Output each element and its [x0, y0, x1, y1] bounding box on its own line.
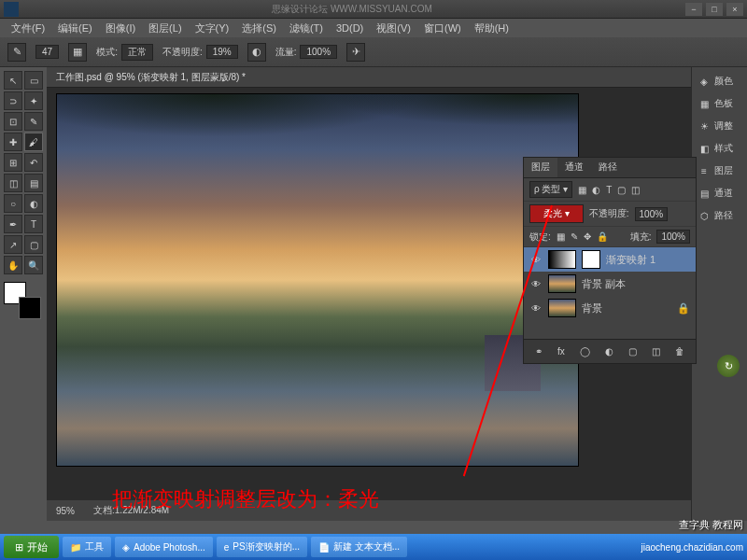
layer-thumb[interactable]: [548, 299, 576, 317]
filter-smart-icon[interactable]: ◫: [631, 185, 640, 195]
dock-channels[interactable]: ▤通道: [694, 183, 745, 203]
dock-adjustments[interactable]: ☀调整: [694, 116, 745, 136]
filter-type-icon[interactable]: T: [606, 185, 612, 195]
eraser-tool[interactable]: ◫: [4, 174, 22, 192]
gradient-tool[interactable]: ▤: [24, 174, 43, 192]
task-notepad[interactable]: 📄新建 文本文档...: [311, 537, 407, 557]
document-image[interactable]: [56, 93, 579, 467]
background-color[interactable]: [19, 297, 41, 319]
task-ie[interactable]: ePS渐变映射的...: [217, 537, 307, 557]
menu-view[interactable]: 视图(V): [371, 20, 416, 37]
tab-paths[interactable]: 路径: [591, 158, 625, 177]
menubar: 文件(F) 编辑(E) 图像(I) 图层(L) 文字(Y) 选择(S) 滤镜(T…: [0, 19, 747, 37]
brush-tool[interactable]: 🖌: [24, 133, 43, 151]
lock-all-icon[interactable]: 🔒: [597, 231, 608, 242]
filter-kind-select[interactable]: ρ 类型 ▾: [529, 181, 572, 198]
dodge-tool[interactable]: ◐: [24, 194, 43, 213]
move-tool[interactable]: ↖: [4, 71, 22, 90]
flow-select[interactable]: 100%: [300, 45, 337, 59]
layer-bg[interactable]: 👁 背景 🔒: [524, 296, 696, 320]
dock-paths[interactable]: ⬡路径: [694, 205, 745, 226]
layer-name[interactable]: 渐变映射 1: [606, 253, 655, 267]
layer-name[interactable]: 背景: [582, 301, 602, 315]
fx-icon[interactable]: fx: [557, 346, 565, 357]
menu-3d[interactable]: 3D(D): [331, 21, 369, 35]
link-layers-icon[interactable]: ⚭: [535, 346, 543, 357]
brush-tool-icon[interactable]: ✎: [7, 43, 26, 62]
task-photoshop[interactable]: ◈Adobe Photosh...: [115, 537, 213, 557]
layer-opacity-select[interactable]: 100%: [635, 207, 669, 221]
menu-file[interactable]: 文件(F): [6, 20, 50, 37]
visibility-icon[interactable]: 👁: [529, 277, 543, 290]
mode-select[interactable]: 正常: [121, 44, 153, 61]
blur-tool[interactable]: ○: [4, 194, 22, 213]
type-tool[interactable]: T: [24, 215, 43, 233]
menu-help[interactable]: 帮助(H): [469, 20, 514, 37]
history-brush-tool[interactable]: ↶: [24, 153, 43, 172]
fill-select[interactable]: 100%: [656, 230, 690, 244]
hand-tool[interactable]: ✋: [4, 256, 22, 274]
layer-gradient-map[interactable]: 👁 渐变映射 1: [524, 247, 696, 272]
visibility-icon[interactable]: 👁: [529, 301, 543, 315]
menu-filter[interactable]: 滤镜(T): [284, 20, 329, 37]
menu-type[interactable]: 文字(Y): [190, 20, 235, 37]
layer-name[interactable]: 背景 副本: [582, 277, 626, 291]
opacity-label: 不透明度:: [162, 46, 203, 59]
shape-tool[interactable]: ▢: [24, 235, 43, 254]
tab-channels[interactable]: 通道: [557, 158, 591, 177]
adjustment-icon[interactable]: ◐: [605, 346, 613, 357]
tab-layers[interactable]: 图层: [524, 158, 557, 177]
marquee-tool[interactable]: ▭: [24, 71, 43, 90]
crop-tool[interactable]: ⊡: [4, 112, 22, 131]
filter-shape-icon[interactable]: ▢: [617, 185, 626, 195]
lock-position-icon[interactable]: ✥: [584, 231, 591, 242]
close-button[interactable]: ×: [726, 3, 743, 16]
dock-swatches[interactable]: ▦色板: [694, 93, 745, 114]
wand-tool[interactable]: ✦: [24, 91, 43, 110]
layer-bg-copy[interactable]: 👁 背景 副本: [524, 272, 696, 296]
lock-transparent-icon[interactable]: ▦: [557, 231, 565, 242]
airbrush-icon[interactable]: ✈: [346, 43, 365, 62]
menu-select[interactable]: 选择(S): [236, 20, 282, 37]
eyedropper-tool[interactable]: ✎: [24, 112, 43, 131]
layer-thumb[interactable]: [548, 250, 576, 269]
path-tool[interactable]: ↗: [4, 235, 22, 254]
pen-tool[interactable]: ✒: [4, 215, 22, 233]
pressure-opacity-icon[interactable]: ◐: [247, 43, 266, 62]
stamp-tool[interactable]: ⊞: [4, 153, 22, 172]
brush-size-select[interactable]: 47: [35, 45, 59, 59]
color-swatches[interactable]: [4, 282, 41, 319]
start-button[interactable]: ⊞ 开始: [4, 536, 59, 558]
group-icon[interactable]: ▢: [628, 346, 637, 357]
heal-tool[interactable]: ✚: [4, 133, 22, 151]
zoom-tool[interactable]: 🔍: [24, 256, 43, 274]
lasso-tool[interactable]: ⊃: [4, 91, 22, 110]
task-tools[interactable]: 📁工具: [63, 537, 111, 557]
system-tray[interactable]: jiaocheng.chazidian.com: [641, 542, 743, 553]
dock-color[interactable]: ◈颜色: [694, 71, 745, 91]
filter-pixel-icon[interactable]: ▦: [578, 185, 586, 195]
maximize-button[interactable]: □: [706, 3, 723, 16]
corner-widget-icon[interactable]: ↻: [717, 355, 740, 377]
document-tab[interactable]: 工作图.psd @ 95% (渐变映射 1, 图层蒙版/8) *: [47, 67, 691, 88]
notepad-icon: 📄: [318, 542, 330, 553]
mask-thumb[interactable]: [582, 250, 600, 269]
minimize-button[interactable]: −: [685, 3, 702, 16]
zoom-level[interactable]: 95%: [56, 506, 75, 516]
menu-layer[interactable]: 图层(L): [143, 20, 187, 37]
mask-icon[interactable]: ◯: [580, 346, 590, 357]
opacity-select[interactable]: 19%: [206, 45, 238, 59]
dock-styles[interactable]: ◧样式: [694, 138, 745, 159]
dock-layers[interactable]: ≡图层: [694, 161, 745, 181]
blend-mode-select[interactable]: 柔光 ▾: [529, 204, 584, 223]
layer-thumb[interactable]: [548, 274, 576, 293]
ps-logo: [4, 2, 19, 17]
menu-image[interactable]: 图像(I): [100, 20, 141, 37]
lock-pixels-icon[interactable]: ✎: [571, 231, 578, 242]
menu-window[interactable]: 窗口(W): [418, 20, 467, 37]
filter-adjust-icon[interactable]: ◐: [592, 185, 600, 195]
new-layer-icon[interactable]: ◫: [652, 346, 660, 357]
brush-panel-icon[interactable]: ▦: [68, 43, 87, 62]
menu-edit[interactable]: 编辑(E): [52, 20, 98, 37]
delete-layer-icon[interactable]: 🗑: [675, 346, 684, 357]
